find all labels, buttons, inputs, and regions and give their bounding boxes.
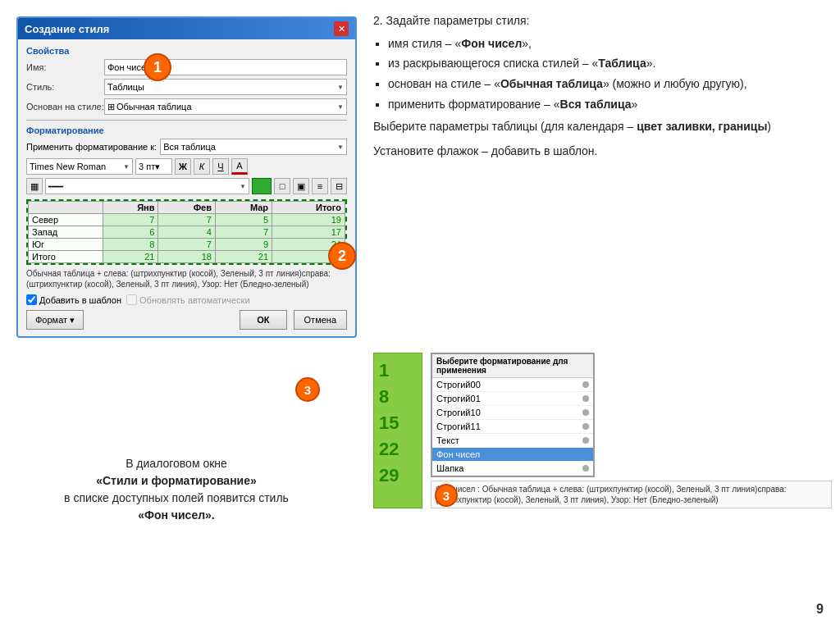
row-total: 17 [272, 226, 345, 239]
bold-button[interactable]: Ж [175, 158, 191, 175]
font-size-value: 3 пт▾ [139, 162, 160, 172]
callout-1-label: 1 [153, 59, 162, 76]
based-value: Обычная таблица [116, 102, 337, 112]
style-item-строгий10[interactable]: Строгий10 [432, 406, 593, 420]
style-row: Стиль: Таблицы ▼ [26, 79, 347, 95]
format-button[interactable]: Формат ▾ [26, 310, 84, 330]
border-type3-button[interactable]: ≡ [312, 178, 328, 194]
style-name: Строгий01 [436, 394, 481, 403]
apply-label: Применить форматирование к: [26, 142, 157, 152]
row-feb: 18 [158, 251, 215, 263]
row-mar: 5 [215, 214, 272, 226]
list-item-2: из раскрывающегося списка стилей – «Табл… [388, 55, 832, 73]
row-mar: 7 [215, 226, 272, 239]
auto-update-item: Обновлять автоматически [126, 294, 250, 305]
based-row: Основан на стиле: ⊞ Обычная таблица ▼ [26, 98, 347, 115]
para2: Установите флажок – добавить в шаблон. [373, 143, 832, 161]
name-input[interactable] [104, 59, 347, 75]
apply-select[interactable]: Вся таблица ▼ [160, 139, 347, 155]
based-label: Основан на стиле: [26, 102, 104, 112]
auto-update-label: Обновлять автоматически [139, 295, 250, 305]
row-name: Север [29, 214, 103, 226]
callout-3-bottom-label: 3 [443, 489, 450, 503]
style-item-текст[interactable]: Текст [432, 434, 593, 448]
cancel-button[interactable]: Отмена [294, 310, 347, 330]
dialog-close-button[interactable]: ✕ [334, 21, 349, 36]
callout-3-bottom: 3 [435, 484, 458, 507]
based-icon: ⊞ [107, 102, 115, 112]
callout-1: 1 [144, 53, 171, 81]
style-item-фон-чисел[interactable]: Фон чисел [432, 448, 593, 462]
divider1 [26, 120, 347, 121]
row-mar: 21 [215, 251, 272, 263]
bottom-line2: «Стили и форматирование» [96, 474, 257, 487]
row-total: 19 [272, 214, 345, 226]
border-select[interactable]: ━━━ ▼ [45, 178, 249, 194]
name-row: Имя: [26, 59, 347, 75]
callout-3-dialog-label: 3 [304, 383, 311, 397]
list-item-1: имя стиля – «Фон чисел», [388, 35, 832, 53]
style-select[interactable]: Таблицы ▼ [104, 79, 347, 95]
table-header-feb: Фев [158, 202, 215, 214]
font-size-select[interactable]: 3 пт▾ [135, 158, 172, 175]
row-feb: 7 [158, 239, 215, 251]
style-name: Текст [436, 435, 459, 445]
style-name: Шапка [436, 463, 463, 473]
row-name: Запад [29, 226, 103, 239]
style-name: Фон чисел [436, 449, 480, 459]
row-mar: 9 [215, 239, 272, 251]
row-jan: 7 [103, 214, 158, 226]
apply-value: Вся таблица [163, 142, 216, 152]
style-item-строгий01[interactable]: Строгий01 [432, 392, 593, 406]
table-header-jan: Янв [103, 202, 158, 214]
apply-arrow: ▼ [337, 144, 344, 151]
style-item-строгий00[interactable]: Строгий00 [432, 378, 593, 392]
ok-button[interactable]: ОК [240, 310, 286, 330]
style-item-строгий11[interactable]: Строгий11 [432, 420, 593, 434]
style-item-шапка[interactable]: Шапка [432, 462, 593, 476]
style-name: Строгий11 [436, 422, 481, 431]
table-row: Юг 8 7 9 24 [29, 239, 345, 251]
row-feb: 4 [158, 226, 215, 239]
dialog-titlebar: Создание стиля ✕ [18, 18, 355, 39]
table-row: Запад 6 4 7 17 [29, 226, 345, 239]
italic-button[interactable]: К [194, 158, 210, 175]
green-num-22: 22 [379, 439, 417, 460]
border-type4-button[interactable]: ⊟ [331, 178, 347, 194]
page-number: 9 [816, 602, 824, 617]
font-arrow: ▼ [123, 163, 130, 171]
bottom-style-description: Фон чисел : Обычная таблица + слева: (шт… [431, 481, 832, 508]
border-color-button[interactable] [252, 178, 272, 194]
green-num-15: 15 [379, 412, 417, 434]
name-label: Имя: [26, 62, 104, 72]
border-left-button[interactable]: ▦ [26, 178, 43, 194]
border-type1-button[interactable]: □ [274, 178, 290, 194]
style-dot [582, 465, 589, 472]
based-select[interactable]: ⊞ Обычная таблица ▼ [104, 98, 347, 115]
green-num-8: 8 [379, 386, 417, 408]
apply-row: Применить форматирование к: Вся таблица … [26, 139, 347, 155]
font-color-label: А [236, 161, 242, 171]
font-toolbar: Times New Roman ▼ 3 пт▾ Ж К Ч А [26, 158, 347, 175]
green-numbers-panel: 1 8 15 22 29 [373, 353, 422, 508]
border-value: ━━━ [48, 182, 63, 191]
font-select[interactable]: Times New Roman ▼ [26, 158, 133, 175]
font-color-button[interactable]: А [231, 158, 248, 175]
style-label: Стиль: [26, 82, 104, 92]
row-jan: 6 [103, 226, 158, 239]
border-type2-button[interactable]: ▣ [293, 178, 309, 194]
style-dot [582, 409, 589, 416]
instructions-heading: 2. Задайте параметры стиля: [373, 12, 832, 30]
button-row: Формат ▾ ОК Отмена [26, 310, 347, 330]
add-to-template-checkbox[interactable] [26, 294, 37, 305]
checkbox-row: Добавить в шаблон Обновлять автоматическ… [26, 294, 347, 305]
based-arrow: ▼ [337, 103, 344, 111]
style-name: Строгий00 [436, 380, 481, 390]
bottom-left-text: В диалоговом окне «Стили и форматировани… [16, 455, 336, 524]
font-name: Times New Roman [30, 162, 106, 171]
dialog-title: Создание стиля [25, 23, 109, 35]
styles-panel: Выберите форматирование для применения С… [431, 353, 595, 477]
callout-3-dialog: 3 [295, 377, 320, 402]
style-dot [582, 437, 589, 444]
underline-button[interactable]: Ч [212, 158, 229, 175]
